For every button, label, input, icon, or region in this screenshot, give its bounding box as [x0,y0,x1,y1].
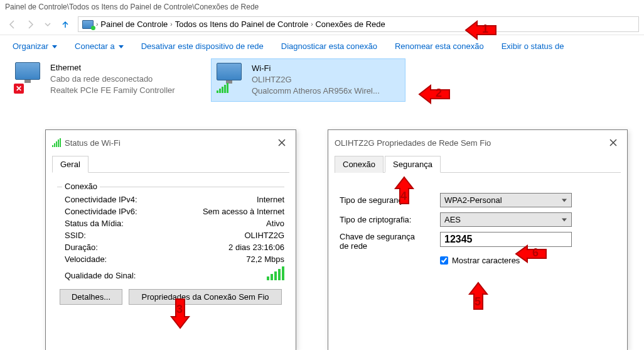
adapter-name: Wi-Fi [252,63,380,74]
wireless-properties-button[interactable]: Propriedades da Conexão Sem Fio [129,289,282,305]
organize-menu[interactable]: Organizar [13,41,57,51]
nav-bar: › Painel de Controle › Todos os Itens do… [0,14,644,35]
control-panel-icon [82,20,94,29]
encryption-type-select[interactable]: AES [440,212,572,227]
media-label: Status da Mídia: [65,219,124,228]
media-value: Ativo [266,219,284,228]
security-type-select[interactable]: WPA2-Personal [440,193,572,207]
breadcrumb-c[interactable]: Conexões de Rede [315,19,385,29]
breadcrumb-a[interactable]: Painel de Controle [100,19,168,29]
adapter-list: ✕ Ethernet Cabo da rede desconectado Rea… [0,57,644,109]
show-characters-checkbox[interactable] [440,256,448,265]
breadcrumb-b[interactable]: Todos os Itens do Painel de Controle [175,19,308,29]
back-button[interactable] [5,17,20,32]
command-bar: Organizar Conectar a Desativar este disp… [0,35,644,57]
disconnected-icon: ✕ [14,84,24,94]
network-key-input[interactable] [440,232,572,247]
close-button[interactable] [274,135,289,150]
adapter-status: Cabo da rede desconectado [50,74,175,85]
speed-value: 72,2 Mbps [246,254,284,264]
adapter-ssid: OLIHTZ2G [252,74,380,85]
duration-value: 2 dias 23:16:06 [228,243,284,252]
up-button[interactable] [58,17,73,32]
close-button[interactable] [606,135,621,150]
diagnose-connection[interactable]: Diagnosticar esta conexão [281,41,377,51]
ssid-value: OLIHTZ2G [244,231,284,240]
wifi-status-dialog: Status de Wi-Fi Geral Conexão Conectivid… [45,129,296,350]
network-key-label: Chave de segurança [340,232,440,241]
speed-label: Velocidade: [65,254,107,264]
adapter-device: Qualcomm Atheros AR956x Wirel... [252,85,380,97]
ssid-label: SSID: [65,231,86,240]
rename-connection[interactable]: Renomear esta conexão [395,41,484,51]
security-type-label: Tipo de segurança: [340,195,440,205]
window-title: Painel de Controle\Todos os Itens do Pai… [0,0,644,14]
details-button[interactable]: Detalhes... [60,289,122,305]
ipv6-label: Conectividade IPv6: [65,207,137,216]
disable-device[interactable]: Desativar este dispositivo de rede [141,41,264,51]
signal-icon [52,138,61,147]
group-connection: Conexão [62,182,100,191]
recent-dropdown[interactable] [40,17,55,32]
network-key-label-2: de rede [340,241,440,251]
duration-label: Duração: [65,243,98,252]
adapter-ethernet[interactable]: ✕ Ethernet Cabo da rede desconectado Rea… [10,58,205,102]
address-bar[interactable]: › Painel de Controle › Todos os Itens do… [78,16,639,32]
ipv4-value: Internet [257,195,284,204]
adapter-wifi[interactable]: Wi-Fi OLIHTZ2G Qualcomm Atheros AR956x W… [211,58,405,102]
signal-label: Qualidade do Sinal: [65,271,136,280]
signal-bars-icon [267,266,284,280]
show-status[interactable]: Exibir o status de [502,41,564,51]
wireless-properties-dialog: OLIHTZ2G Propriedades de Rede Sem Fio Co… [328,129,628,350]
tab-connection[interactable]: Conexão [335,156,384,173]
adapter-device: Realtek PCIe FE Family Controller [50,85,175,96]
connect-to-menu[interactable]: Conectar a [75,41,124,51]
ipv6-value: Sem acesso à Internet [203,207,284,216]
adapter-name: Ethernet [50,62,175,74]
tab-security[interactable]: Segurança [385,156,441,173]
ipv4-label: Conectividade IPv4: [65,195,137,204]
dialog-title: OLIHTZ2G Propriedades de Rede Sem Fio [335,138,491,148]
tab-general[interactable]: Geral [52,156,89,173]
ethernet-icon: ✕ [15,62,45,92]
encryption-type-label: Tipo de criptografia: [340,215,440,224]
show-characters-label: Mostrar caracteres [452,256,520,265]
forward-button[interactable] [23,17,38,32]
wifi-icon [217,63,247,93]
dialog-title: Status de Wi-Fi [65,138,121,148]
